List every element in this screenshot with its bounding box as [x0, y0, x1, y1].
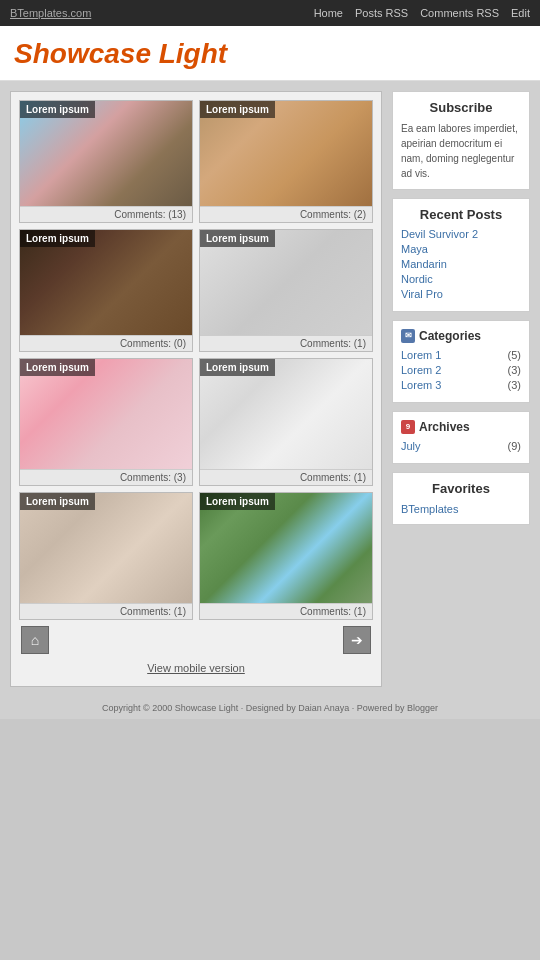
archive-count: (9)	[508, 440, 521, 452]
post-comments: Comments: (0)	[20, 335, 192, 351]
categories-widget: ✉ Categories Lorem 1 (5) Lorem 2 (3) Lor…	[392, 320, 530, 403]
post-title: Lorem ipsum	[200, 359, 275, 376]
categories-icon: ✉	[401, 329, 415, 343]
post-comments: Comments: (1)	[200, 335, 372, 351]
nav-comments-rss[interactable]: Comments RSS	[420, 7, 499, 19]
post-title: Lorem ipsum	[200, 493, 275, 510]
post-title: Lorem ipsum	[200, 230, 275, 247]
nav-posts-rss[interactable]: Posts RSS	[355, 7, 408, 19]
post-title: Lorem ipsum	[200, 101, 275, 118]
post-card[interactable]: Lorem ipsum Comments: (1)	[199, 229, 373, 352]
view-mobile-link[interactable]: View mobile version	[19, 658, 373, 678]
recent-post-link[interactable]: Viral Pro	[401, 288, 521, 300]
category-item: Lorem 3 (3)	[401, 379, 521, 391]
post-title: Lorem ipsum	[20, 101, 95, 118]
home-button[interactable]: ⌂	[21, 626, 49, 654]
categories-header: ✉ Categories	[401, 329, 521, 343]
recent-post-link[interactable]: Mandarin	[401, 258, 521, 270]
category-link[interactable]: Lorem 1	[401, 349, 441, 361]
category-link[interactable]: Lorem 3	[401, 379, 441, 391]
recent-post-link[interactable]: Nordic	[401, 273, 521, 285]
archives-widget: 9 Archives July (9)	[392, 411, 530, 464]
favorite-link[interactable]: BTemplates	[401, 503, 458, 515]
pagination: ⌂ ➔	[19, 620, 373, 658]
recent-posts-widget: Recent Posts Devil Survivor 2 Maya Manda…	[392, 198, 530, 312]
post-comments: Comments: (2)	[200, 206, 372, 222]
post-card[interactable]: Lorem ipsum Comments: (13)	[19, 100, 193, 223]
nav-home[interactable]: Home	[314, 7, 343, 19]
topbar: BTemplates.com Home Posts RSS Comments R…	[0, 0, 540, 26]
post-card[interactable]: Lorem ipsum Comments: (1)	[199, 492, 373, 620]
footer: Copyright © 2000 Showcase Light · Design…	[0, 697, 540, 719]
category-count: (3)	[508, 379, 521, 391]
archive-link[interactable]: July	[401, 440, 421, 452]
post-card[interactable]: Lorem ipsum Comments: (3)	[19, 358, 193, 486]
post-card[interactable]: Lorem ipsum Comments: (2)	[199, 100, 373, 223]
site-title: Showcase Light	[14, 38, 227, 69]
post-card[interactable]: Lorem ipsum Comments: (0)	[19, 229, 193, 352]
post-comments: Comments: (3)	[20, 469, 192, 485]
recent-posts-title: Recent Posts	[401, 207, 521, 222]
category-item: Lorem 2 (3)	[401, 364, 521, 376]
archives-header: 9 Archives	[401, 420, 521, 434]
post-title: Lorem ipsum	[20, 359, 95, 376]
archives-icon: 9	[401, 420, 415, 434]
topbar-brand[interactable]: BTemplates.com	[10, 7, 91, 19]
subscribe-widget: Subscribe Ea eam labores imperdiet, apei…	[392, 91, 530, 190]
posts-grid: Lorem ipsum Comments: (13) Lorem ipsum C…	[19, 100, 373, 620]
category-count: (5)	[508, 349, 521, 361]
topbar-nav: Home Posts RSS Comments RSS Edit	[314, 7, 530, 19]
post-comments: Comments: (13)	[20, 206, 192, 222]
category-count: (3)	[508, 364, 521, 376]
site-header: Showcase Light	[0, 26, 540, 81]
category-item: Lorem 1 (5)	[401, 349, 521, 361]
post-comments: Comments: (1)	[200, 469, 372, 485]
nav-edit[interactable]: Edit	[511, 7, 530, 19]
archives-title: Archives	[419, 420, 470, 434]
archive-item: July (9)	[401, 440, 521, 452]
post-title: Lorem ipsum	[20, 493, 95, 510]
subscribe-text: Ea eam labores imperdiet, apeirian democ…	[401, 121, 521, 181]
post-comments: Comments: (1)	[200, 603, 372, 619]
subscribe-title: Subscribe	[401, 100, 521, 115]
favorites-title: Favorites	[401, 481, 521, 496]
categories-title: Categories	[419, 329, 481, 343]
favorites-widget: Favorites BTemplates	[392, 472, 530, 525]
main-layout: Lorem ipsum Comments: (13) Lorem ipsum C…	[0, 81, 540, 697]
post-card[interactable]: Lorem ipsum Comments: (1)	[19, 492, 193, 620]
category-link[interactable]: Lorem 2	[401, 364, 441, 376]
post-comments: Comments: (1)	[20, 603, 192, 619]
recent-post-link[interactable]: Maya	[401, 243, 521, 255]
footer-text: Copyright © 2000 Showcase Light · Design…	[102, 703, 438, 713]
post-title: Lorem ipsum	[20, 230, 95, 247]
post-card[interactable]: Lorem ipsum Comments: (1)	[199, 358, 373, 486]
next-button[interactable]: ➔	[343, 626, 371, 654]
sidebar: Subscribe Ea eam labores imperdiet, apei…	[392, 91, 530, 687]
content-area: Lorem ipsum Comments: (13) Lorem ipsum C…	[10, 91, 382, 687]
recent-post-link[interactable]: Devil Survivor 2	[401, 228, 521, 240]
